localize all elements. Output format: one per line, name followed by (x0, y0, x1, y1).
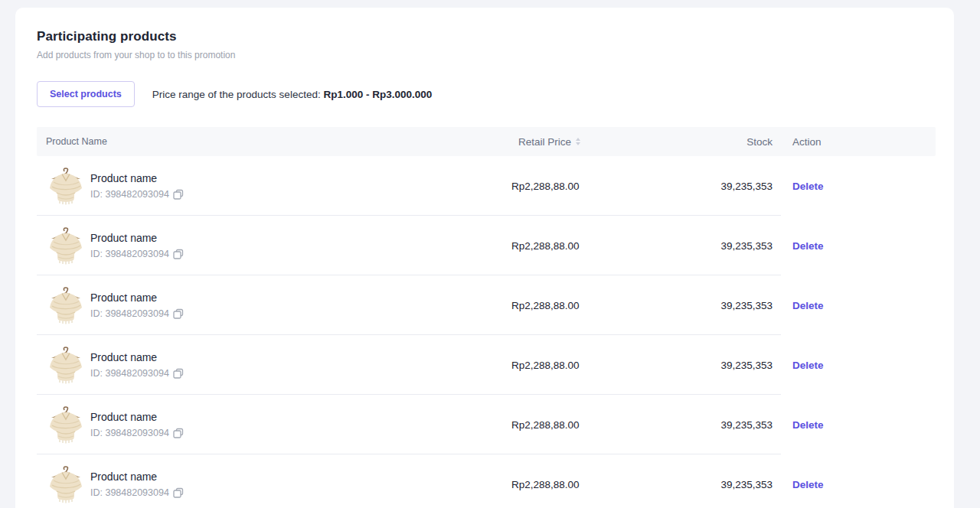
toolbar: Select products Price range of the produ… (37, 81, 936, 107)
delete-button[interactable]: Delete (792, 419, 824, 431)
table-header-row: Product Name Retail Price Stock Action (37, 127, 936, 156)
product-image (46, 226, 86, 265)
product-name: Product name (90, 232, 184, 244)
column-header-retail-price: Retail Price (511, 136, 615, 148)
retail-price-value: Rp2,288,88.00 (511, 360, 615, 371)
products-table: Product Name Retail Price Stock Action P… (37, 127, 936, 508)
retail-price-value: Rp2,288,88.00 (511, 479, 615, 490)
table-row: Product name ID: 398482093094 Rp2,288,88… (37, 216, 936, 275)
product-id: ID: 398482093094 (90, 368, 169, 379)
product-image (46, 345, 86, 385)
copy-icon[interactable] (173, 249, 184, 259)
table-row: Product name ID: 398482093094 Rp2,288,88… (37, 275, 936, 335)
product-name: Product name (90, 172, 184, 184)
stock-value: 39,235,353 (615, 181, 781, 192)
column-header-product-name: Product Name (37, 136, 511, 147)
product-name: Product name (90, 351, 184, 363)
price-range-text: Price range of the products selected: Rp… (152, 89, 432, 100)
stock-value: 39,235,353 (615, 419, 781, 431)
stock-value: 39,235,353 (615, 479, 781, 490)
delete-button[interactable]: Delete (792, 360, 824, 371)
product-name: Product name (90, 411, 184, 423)
price-range-value: Rp1.000 - Rp3.000.000 (323, 89, 432, 100)
product-id: ID: 398482093094 (90, 487, 169, 498)
column-header-action: Action (781, 136, 936, 148)
delete-button[interactable]: Delete (792, 240, 824, 252)
delete-button[interactable]: Delete (792, 300, 824, 311)
table-row: Product name ID: 398482093094 Rp2,288,88… (37, 156, 936, 216)
copy-icon[interactable] (173, 368, 184, 379)
product-name: Product name (90, 291, 184, 304)
retail-price-value: Rp2,288,88.00 (511, 419, 615, 431)
delete-button[interactable]: Delete (792, 181, 824, 192)
copy-icon[interactable] (173, 308, 184, 319)
participating-products-card: Participating products Add products from… (15, 8, 954, 508)
retail-price-value: Rp2,288,88.00 (511, 240, 615, 252)
product-id: ID: 398482093094 (90, 249, 169, 259)
table-row: Product name ID: 398482093094 Rp2,288,88… (37, 335, 936, 395)
select-products-button[interactable]: Select products (37, 81, 135, 107)
stock-value: 39,235,353 (615, 240, 781, 252)
page-title: Participating products (37, 29, 936, 44)
product-image (46, 285, 86, 325)
product-id: ID: 398482093094 (90, 428, 169, 438)
retail-price-value: Rp2,288,88.00 (511, 300, 615, 311)
copy-icon[interactable] (173, 428, 184, 438)
retail-price-value: Rp2,288,88.00 (511, 181, 615, 192)
product-image (46, 166, 86, 206)
product-image (46, 405, 86, 444)
copy-icon[interactable] (173, 487, 184, 498)
sort-caret-icon[interactable] (576, 138, 580, 145)
delete-button[interactable]: Delete (792, 479, 824, 490)
product-name: Product name (90, 471, 184, 483)
page-subtitle: Add products from your shop to to this p… (37, 50, 936, 60)
stock-value: 39,235,353 (615, 300, 781, 311)
column-header-stock: Stock (615, 136, 781, 148)
table-row: Product name ID: 398482093094 Rp2,288,88… (37, 395, 936, 454)
product-id: ID: 398482093094 (90, 308, 169, 319)
table-row: Product name ID: 398482093094 Rp2,288,88… (37, 454, 936, 508)
product-image (46, 464, 86, 504)
price-range-label: Price range of the products selected: (152, 89, 324, 100)
product-id: ID: 398482093094 (90, 189, 169, 200)
stock-value: 39,235,353 (615, 360, 781, 371)
copy-icon[interactable] (173, 189, 184, 200)
